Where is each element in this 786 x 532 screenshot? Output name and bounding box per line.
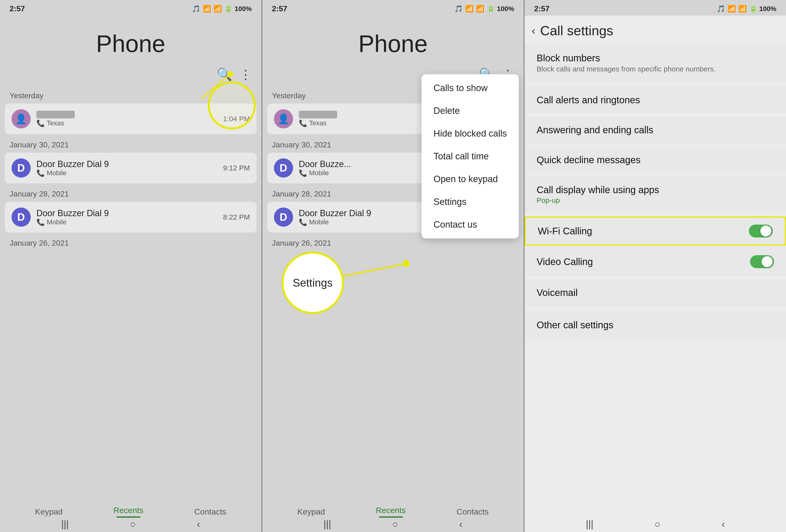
settings-item-voicemail[interactable]: Voicemail xyxy=(525,279,786,306)
section-yesterday-1: Yesterday xyxy=(0,87,261,102)
sys-back-3[interactable]: ‹ xyxy=(721,519,725,530)
dropdown-calls-to-show[interactable]: Calls to show xyxy=(421,77,519,99)
status-bar-1: 2:57 🎵 📶 📶 🔋 100% xyxy=(0,0,261,16)
call-icon-6: 📞 xyxy=(299,218,307,226)
block-numbers-sub: Block calls and messages from specific p… xyxy=(536,65,774,73)
avatar-4: 👤 xyxy=(274,109,293,129)
voicemail-title: Voicemail xyxy=(536,287,774,298)
settings-item-video-calling[interactable]: Video Calling xyxy=(525,247,786,276)
sys-home-3[interactable]: ○ xyxy=(655,519,661,530)
avatar-2: D xyxy=(11,158,31,178)
video-calling-title: Video Calling xyxy=(536,256,593,267)
contacts-label-2: Contacts xyxy=(457,507,489,516)
call-type-label-6: Mobile xyxy=(309,218,329,226)
status-icons-2: 🎵 📶 📶 🔋 100% xyxy=(454,5,514,13)
settings-item-call-display[interactable]: Call display while using apps Pop-up xyxy=(525,176,786,212)
settings-circle-text: Settings xyxy=(293,276,332,289)
avatar-6: D xyxy=(274,208,293,227)
dropdown-total-call-time[interactable]: Total call time xyxy=(421,145,519,168)
sys-recents-3[interactable]: ||| xyxy=(586,519,593,530)
keypad-label-2: Keypad xyxy=(297,507,325,516)
status-time-3: 2:57 xyxy=(534,4,550,13)
tab-contacts-2[interactable]: Contacts xyxy=(457,507,489,516)
settings-back-button[interactable]: ‹ xyxy=(532,25,535,37)
avatar-5: D xyxy=(274,158,293,178)
settings-item-block-numbers[interactable]: Block numbers Block calls and messages f… xyxy=(525,45,786,81)
call-type-1: 📞 Texas xyxy=(37,119,217,127)
status-icons-3: 🎵 📶 📶 🔋 100% xyxy=(717,5,777,13)
call-row-2[interactable]: D Door Buzzer Dial 9 📞 Mobile 9:12 PM xyxy=(5,153,257,183)
dropdown-settings[interactable]: Settings xyxy=(421,190,519,213)
spacer-3 xyxy=(525,308,786,310)
call-type-label-3: Mobile xyxy=(47,218,66,226)
sys-recents-2[interactable]: ||| xyxy=(324,519,331,530)
sys-home-2[interactable]: ○ xyxy=(392,519,398,530)
shazam-icon-3: 🎵 xyxy=(717,5,725,13)
block-numbers-title: Block numbers xyxy=(536,53,774,64)
call-time-3: 8:22 PM xyxy=(223,213,250,221)
tab-recents-2[interactable]: Recents xyxy=(376,506,406,517)
call-name-blur-1 xyxy=(37,111,75,118)
call-display-title: Call display while using apps xyxy=(536,185,774,195)
call-row-1[interactable]: 👤 📞 Texas 1:04 PM xyxy=(5,103,257,134)
dropdown-contact-us[interactable]: Contact us xyxy=(421,213,519,236)
svg-point-3 xyxy=(403,260,410,267)
call-type-label-2: Mobile xyxy=(47,169,66,177)
wifi-icon: 📶 xyxy=(203,5,211,13)
shazam-icon-2: 🎵 xyxy=(454,5,463,13)
tab-keypad-2[interactable]: Keypad xyxy=(297,507,325,516)
annotation-arrow-2 xyxy=(310,252,454,324)
spacer-1 xyxy=(525,83,786,85)
sys-back-1[interactable]: ‹ xyxy=(197,519,200,530)
sys-home-1[interactable]: ○ xyxy=(130,519,136,530)
call-alerts-title: Call alerts and ringtones xyxy=(536,95,774,106)
dropdown-hide-blocked[interactable]: Hide blocked calls xyxy=(421,122,519,145)
tab-contacts-1[interactable]: Contacts xyxy=(194,507,226,516)
settings-item-quick-decline[interactable]: Quick decline messages xyxy=(525,146,786,174)
bottom-nav-2: Keypad Recents Contacts xyxy=(262,506,524,517)
call-type-label-5: Mobile xyxy=(309,169,329,177)
sys-nav-3: ||| ○ ‹ xyxy=(525,519,786,530)
search-icon-1[interactable]: 🔍 xyxy=(217,67,232,82)
settings-header: ‹ Call settings xyxy=(525,16,786,43)
call-type-3: 📞 Mobile xyxy=(37,218,217,226)
shazam-icon: 🎵 xyxy=(192,5,200,13)
battery-icon-2: 🔋 100% xyxy=(487,5,514,13)
panel-2: 2:57 🎵 📶 📶 🔋 100% Phone 🔍 ⋮ Yesterday 👤 … xyxy=(262,0,525,532)
call-info-3: Door Buzzer Dial 9 📞 Mobile xyxy=(37,208,217,226)
status-icons-1: 🎵 📶 📶 🔋 100% xyxy=(192,5,252,13)
call-type-2: 📞 Mobile xyxy=(37,169,217,177)
dropdown-delete[interactable]: Delete xyxy=(421,99,519,122)
call-icon-5: 📞 xyxy=(299,169,307,177)
wifi-calling-toggle[interactable] xyxy=(749,225,773,237)
settings-annotation-circle: Settings xyxy=(282,252,344,314)
wifi-icon-2: 📶 xyxy=(465,5,473,13)
sys-back-2[interactable]: ‹ xyxy=(459,519,462,530)
recents-label-2: Recents xyxy=(376,506,406,515)
more-icon-1[interactable]: ⋮ xyxy=(239,67,252,82)
sys-recents-1[interactable]: ||| xyxy=(61,519,69,530)
answering-title: Answering and ending calls xyxy=(536,124,774,135)
tab-keypad-1[interactable]: Keypad xyxy=(35,507,63,516)
battery-icon-3: 🔋 100% xyxy=(749,5,777,13)
settings-item-call-alerts[interactable]: Call alerts and ringtones xyxy=(525,87,786,114)
quick-decline-title: Quick decline messages xyxy=(536,155,774,165)
signal-icon: 📶 xyxy=(213,5,222,13)
settings-item-answering[interactable]: Answering and ending calls xyxy=(525,116,786,143)
phone-title-2: Phone xyxy=(262,16,524,67)
signal-icon-2: 📶 xyxy=(476,5,484,13)
toggle-knob-video xyxy=(762,256,772,267)
dropdown-open-to-keypad[interactable]: Open to keypad xyxy=(421,168,519,190)
section-jan28-1: January 28, 2021 xyxy=(0,185,261,200)
call-name-blur-4 xyxy=(299,111,337,118)
status-bar-3: 2:57 🎵 📶 📶 🔋 100% xyxy=(525,0,786,16)
call-row-3[interactable]: D Door Buzzer Dial 9 📞 Mobile 8:22 PM xyxy=(5,202,257,232)
toggle-knob-wifi xyxy=(760,226,771,236)
settings-item-wifi-calling[interactable]: Wi-Fi Calling xyxy=(525,216,786,246)
recents-underline-1 xyxy=(116,516,140,517)
call-name-3: Door Buzzer Dial 9 xyxy=(37,208,217,218)
video-calling-toggle[interactable] xyxy=(750,255,774,268)
tab-recents-1[interactable]: Recents xyxy=(114,506,143,517)
avatar-1: 👤 xyxy=(11,109,31,129)
settings-item-other-call[interactable]: Other call settings xyxy=(525,311,786,339)
